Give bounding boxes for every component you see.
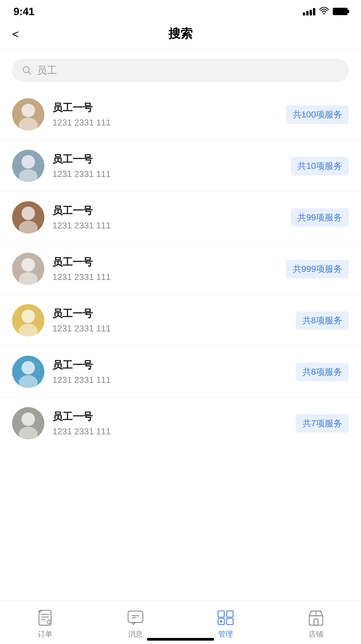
service-badge: 共100项服务 (286, 105, 349, 124)
employee-name: 员工一号 (52, 204, 283, 218)
svg-point-4 (19, 118, 38, 131)
tab-messages[interactable]: 消息 (90, 609, 181, 639)
employee-info: 员工一号 1231 2331 111 (44, 101, 286, 128)
svg-rect-30 (227, 618, 233, 624)
svg-rect-24 (128, 611, 143, 622)
employee-item[interactable]: 员工一号 1231 2331 111 共8项服务 (0, 346, 361, 398)
employee-name: 员工一号 (52, 152, 283, 166)
employee-name: 员工一号 (52, 255, 278, 269)
employee-phone: 1231 2331 111 (52, 323, 288, 334)
employee-info: 员工一号 1231 2331 111 (44, 204, 291, 231)
messages-icon (127, 609, 144, 627)
service-badge: 共99项服务 (291, 208, 349, 227)
employee-info: 员工一号 1231 2331 111 (44, 410, 296, 437)
service-badge: 共8项服务 (296, 363, 349, 381)
svg-point-16 (19, 427, 38, 439)
svg-point-12 (19, 324, 38, 336)
orders-icon (36, 609, 54, 627)
employee-list: 员工一号 1231 2331 111 共100项服务 员工一号 1231 233… (0, 85, 361, 452)
search-input[interactable] (37, 65, 339, 76)
search-icon (22, 66, 32, 75)
employee-phone: 1231 2331 111 (52, 220, 283, 231)
tab-shop-label: 店铺 (309, 629, 323, 639)
employee-info: 员工一号 1231 2331 111 (44, 255, 286, 282)
status-icons (303, 7, 348, 16)
svg-point-13 (22, 361, 35, 374)
employee-name: 员工一号 (52, 307, 288, 321)
tab-orders-label: 订单 (38, 629, 52, 639)
search-box[interactable] (12, 59, 349, 82)
employee-name: 员工一号 (52, 101, 278, 115)
employee-phone: 1231 2331 111 (52, 375, 288, 385)
svg-point-10 (19, 272, 38, 285)
svg-rect-35 (314, 619, 318, 625)
svg-point-9 (22, 258, 35, 272)
employee-info: 员工一号 1231 2331 111 (44, 307, 296, 334)
svg-rect-27 (218, 611, 225, 617)
svg-rect-33 (309, 616, 323, 625)
svg-point-6 (19, 169, 38, 182)
svg-point-3 (22, 104, 35, 117)
service-badge: 共10项服务 (291, 157, 349, 175)
employee-phone: 1231 2331 111 (52, 272, 278, 282)
search-container (0, 49, 361, 85)
avatar (12, 407, 44, 439)
avatar (12, 253, 44, 285)
avatar (12, 201, 44, 234)
svg-point-14 (19, 375, 38, 388)
service-badge: 共999项服务 (286, 260, 349, 278)
service-badge: 共8项服务 (296, 311, 349, 330)
employee-item[interactable]: 员工一号 1231 2331 111 共99项服务 (0, 192, 361, 243)
avatar (12, 356, 44, 388)
employee-info: 员工一号 1231 2331 111 (44, 358, 296, 385)
back-button[interactable]: < (12, 28, 19, 40)
employee-phone: 1231 2331 111 (52, 169, 283, 179)
manage-icon (217, 609, 234, 627)
tab-manage[interactable]: 管理 (180, 609, 271, 639)
employee-name: 员工一号 (52, 358, 288, 372)
home-indicator (147, 638, 214, 641)
svg-point-8 (19, 221, 38, 234)
avatar (12, 304, 44, 336)
avatar (12, 98, 44, 131)
tab-messages-label: 消息 (128, 629, 143, 639)
svg-point-0 (323, 13, 325, 14)
employee-item[interactable]: 员工一号 1231 2331 111 共10项服务 (0, 140, 361, 192)
tab-bar: 订单 消息 管理 (0, 600, 361, 644)
employee-item[interactable]: 员工一号 1231 2331 111 共100项服务 (0, 89, 361, 140)
status-bar: 9:41 (0, 0, 361, 20)
status-time: 9:41 (13, 5, 34, 18)
svg-point-11 (22, 310, 35, 323)
tab-manage-label: 管理 (218, 629, 233, 639)
svg-point-5 (22, 155, 35, 169)
avatar (12, 150, 44, 182)
battery-icon (333, 8, 348, 15)
svg-point-7 (22, 207, 35, 220)
header: < 搜索 (0, 20, 361, 49)
tab-shop[interactable]: 店铺 (271, 609, 361, 639)
employee-phone: 1231 2331 111 (52, 426, 288, 437)
svg-point-15 (22, 413, 35, 426)
employee-name: 员工一号 (52, 410, 288, 424)
employee-item[interactable]: 员工一号 1231 2331 111 共7项服务 (0, 398, 361, 449)
svg-rect-28 (227, 611, 233, 617)
employee-phone: 1231 2331 111 (52, 117, 278, 128)
shop-icon (307, 609, 325, 627)
employee-item[interactable]: 员工一号 1231 2331 111 共8项服务 (0, 295, 361, 346)
service-badge: 共7项服务 (296, 414, 349, 433)
svg-line-23 (49, 622, 50, 622)
tab-orders[interactable]: 订单 (0, 609, 90, 639)
employee-info: 员工一号 1231 2331 111 (44, 152, 291, 179)
page-title: 搜索 (168, 26, 193, 42)
wifi-icon (319, 7, 329, 16)
svg-line-2 (29, 72, 31, 74)
signal-icon (303, 7, 315, 15)
employee-item[interactable]: 员工一号 1231 2331 111 共999项服务 (0, 243, 361, 295)
